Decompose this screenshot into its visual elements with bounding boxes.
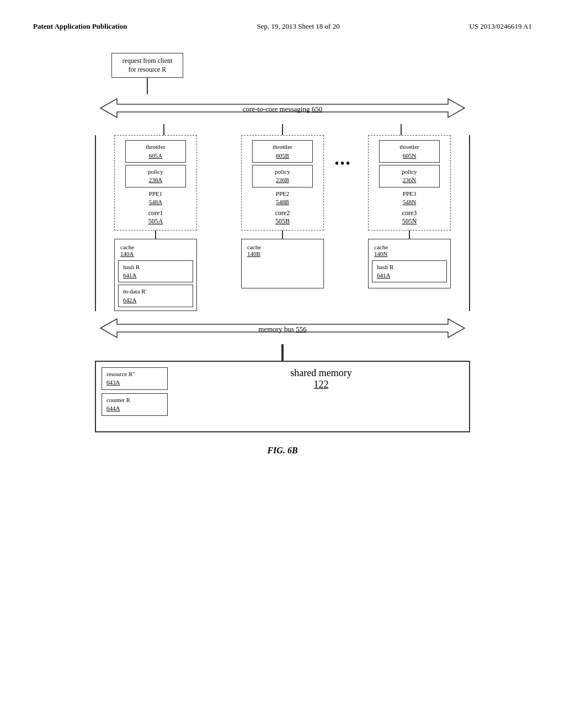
core2-ppe-label: PPE2 548B: [276, 190, 289, 207]
request-line2: for resource R: [129, 66, 167, 73]
core2-cache-box: cache 140B: [241, 239, 324, 288]
core1-ppe-label: PPE1 548A: [149, 190, 162, 207]
figure-caption: FIG. 6B: [267, 446, 297, 456]
vert-line-core1-top: [163, 124, 164, 135]
core2-dashed-container: throttler 605B policy 236B PPE2 548B c: [241, 135, 324, 230]
core3-throttler-ref: 605N: [403, 152, 416, 159]
core3-cache-label: cache 140N: [372, 243, 447, 258]
core3-core-label: core3 505N: [402, 209, 417, 226]
outer-right-line: [469, 135, 470, 311]
vert-line-request: [147, 78, 148, 94]
core3-throttler-box: throttler 605N: [379, 140, 440, 163]
core2-policy-box: policy 236B: [252, 165, 313, 188]
core1-cache-label: cache 140A: [118, 243, 193, 258]
vert-line-to-shared-mem: [281, 344, 284, 361]
core2-throttler-box: throttler 605B: [252, 140, 313, 163]
vert-line-core3-top: [401, 124, 402, 135]
core2-with-dots: throttler 605B policy 236B PPE2 548B c: [241, 135, 324, 230]
vert-core3-cache: [409, 231, 410, 239]
diagram-area: request from client for resource R core-…: [33, 53, 532, 456]
resource-box: resource R" 643A: [102, 367, 168, 390]
page-header: Patent Application Publication Sep. 19, …: [33, 22, 532, 31]
core1-throttler-ref: 605A: [149, 152, 162, 159]
core3-ppe-label: PPE3 548N: [403, 190, 416, 207]
core-msg-arrow-container: core-to-core messaging 650: [95, 94, 470, 124]
shared-memory-box: resource R" 643A counter R 644A shared m…: [95, 361, 470, 432]
core2-policy-ref: 236B: [276, 176, 289, 183]
core1-policy-box: policy 236A: [125, 165, 186, 188]
shared-memory-label: shared memory 122: [179, 367, 463, 390]
core3-policy-box: policy 236N: [379, 165, 440, 188]
vert-core1-cache: [155, 231, 156, 239]
core1-hash-box: hash R 641A: [118, 260, 193, 283]
core2-core-label: core2 505B: [275, 209, 290, 226]
core1-dashed-container: throttler 605A policy 236A PPE1 548A cor…: [114, 135, 197, 230]
core2-column: throttler 605B policy 236B PPE2 548B c: [222, 135, 343, 288]
cores-row: throttler 605A policy 236A PPE1 548A cor…: [95, 135, 470, 311]
core1-cache-box: cache 140A hash R 641A m-data R' 642A: [114, 239, 197, 312]
core3-cache-box: cache 140N hash R 641A: [368, 239, 451, 288]
request-line1: request from client: [122, 57, 173, 65]
core3-hash-box: hash R 641A: [372, 260, 447, 283]
core1-mdata-box: m-data R' 642A: [118, 285, 193, 307]
core-msg-label: core-to-core messaging 650: [243, 105, 322, 114]
header-patent-number: US 2013/0246619 A1: [470, 22, 532, 31]
shared-mem-items: resource R" 643A counter R 644A: [102, 367, 168, 416]
core2-cache-label: cache 140B: [245, 243, 320, 258]
counter-box: counter R 644A: [102, 393, 168, 416]
core3-policy-ref: 236N: [403, 176, 416, 183]
memory-bus-label: memory bus 556: [258, 325, 306, 334]
shared-mem-text: shared memory 122: [290, 367, 351, 390]
page: Patent Application Publication Sep. 19, …: [0, 0, 565, 728]
core1-throttler-box: throttler 605A: [125, 140, 186, 163]
outer-left-line: [95, 135, 96, 311]
header-date-sheet: Sep. 19, 2013 Sheet 18 of 20: [257, 22, 339, 31]
core3-dashed-container: throttler 605N policy 236N PPE3 548N cor…: [368, 135, 451, 230]
vert-line-core2-top: [282, 124, 283, 135]
request-box: request from client for resource R: [111, 53, 183, 78]
core2-throttler-ref: 605B: [276, 152, 289, 159]
core1-core-label: core1 505A: [148, 209, 163, 226]
vert-lines-to-cores: [95, 124, 470, 135]
ellipsis-dots: •••: [335, 157, 351, 170]
vert-core2-cache: [282, 231, 283, 239]
memory-bus-container: memory bus 556: [95, 314, 470, 344]
core3-column: throttler 605N policy 236N PPE3 548N cor…: [349, 135, 470, 288]
core1-column: throttler 605A policy 236A PPE1 548A cor…: [95, 135, 216, 311]
core1-policy-ref: 236A: [149, 176, 162, 183]
header-publication: Patent Application Publication: [33, 22, 127, 31]
